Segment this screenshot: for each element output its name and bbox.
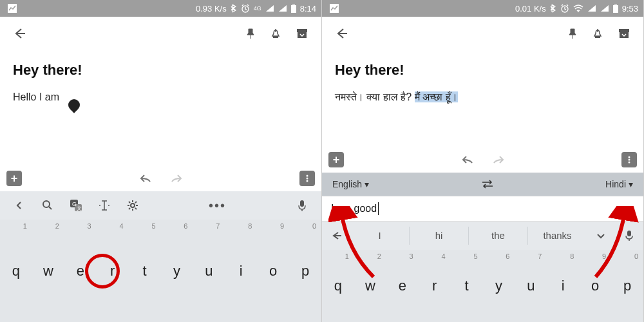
more-dots[interactable]: ••• [147,198,288,213]
svg-rect-3 [292,5,295,5]
phone-right: 0.01 K/s 9:53 Hey there! नमस्ते। क्या हा… [322,0,644,322]
undo-icon[interactable] [461,155,475,165]
key-superscript: 1 [23,222,27,230]
keyboard-row: 1q2w3e4r5t6y7u8i9o0p [0,220,321,322]
suggestion-bar: Ihithethanks [322,222,643,250]
key-r[interactable]: 4r [419,250,451,322]
pin-icon[interactable] [560,21,585,46]
suggestion[interactable]: hi [410,227,469,245]
suggestion[interactable]: the [469,227,528,245]
key-p[interactable]: 0p [289,220,321,322]
back-button[interactable] [6,21,32,46]
key-w[interactable]: 2w [32,220,64,322]
svg-text:G: G [72,201,77,207]
svg-rect-28 [627,231,631,236]
suggestion[interactable]: thanks [528,227,587,245]
svg-rect-6 [298,32,307,38]
key-superscript: 4 [442,252,446,260]
note-content[interactable]: Hey there! Hello I am [0,50,321,166]
key-y[interactable]: 6y [161,220,193,322]
redo-icon[interactable] [491,155,505,165]
key-superscript: 3 [88,222,91,230]
chevron-left-icon[interactable] [5,191,33,220]
svg-point-25 [629,156,630,158]
add-button[interactable]: + [328,152,344,167]
key-superscript: 6 [184,222,187,230]
clock-time: 9:53 [622,4,638,14]
mic-icon[interactable] [288,191,316,220]
phone-left: 0.93 K/s 4G 8:14 Hey there! Hello I am +… [0,0,322,322]
archive-icon[interactable] [289,21,315,46]
text-cursor [378,202,379,215]
suggestion[interactable]: I [350,227,410,245]
translate-input[interactable]: I am good [322,196,643,222]
expand-icon[interactable] [587,232,615,239]
key-r[interactable]: 4r [97,220,129,322]
search-icon[interactable] [33,191,62,220]
svg-point-19 [578,11,579,12]
net-type: 4G [254,5,261,12]
key-superscript: 6 [506,252,509,260]
key-superscript: 2 [377,252,381,260]
note-body[interactable]: नमस्ते। क्या हाल है? मैं अच्छा हूँ। [335,91,630,103]
text-cursor-icon[interactable] [90,191,118,220]
clock-time: 8:14 [300,4,316,14]
alarm-icon [560,4,569,13]
more-button[interactable] [621,152,637,167]
wifi-icon [573,5,583,12]
settings-icon[interactable] [118,191,147,220]
translate-icon[interactable]: G文 [62,191,90,220]
svg-point-7 [307,175,308,177]
key-q[interactable]: 1q [322,250,354,322]
key-superscript: 4 [120,222,124,230]
status-bar: 0.93 K/s 4G 8:14 [0,0,321,17]
key-o[interactable]: 9o [579,250,611,322]
key-y[interactable]: 6y [483,250,515,322]
bluetooth-icon [231,4,237,13]
alarm-icon [241,4,250,13]
key-u[interactable]: 7u [515,250,547,322]
note-title[interactable]: Hey there! [13,62,308,79]
undo-icon[interactable] [139,173,153,184]
add-button[interactable]: + [6,171,22,186]
net-speed: 0.01 K/s [515,4,546,14]
key-w[interactable]: 2w [354,250,386,322]
reminder-icon[interactable] [263,21,289,46]
pin-icon[interactable] [238,21,263,46]
key-o[interactable]: 9o [257,220,289,322]
svg-point-10 [43,201,50,207]
key-e[interactable]: 3e [64,220,97,322]
back-button[interactable] [328,21,354,46]
swap-languages-button[interactable] [369,180,605,189]
reminder-icon[interactable] [585,21,611,46]
note-body[interactable]: Hello I am [13,91,308,103]
key-t[interactable]: 5t [451,250,483,322]
lang-to-button[interactable]: Hindi▾ [605,179,633,189]
note-content[interactable]: Hey there! नमस्ते। क्या हाल है? मैं अच्छ… [322,50,643,147]
lang-from-button[interactable]: English▾ [332,179,369,189]
redo-icon[interactable] [169,173,183,184]
key-u[interactable]: 7u [193,220,225,322]
back-icon[interactable] [322,231,350,241]
key-q[interactable]: 1q [0,220,32,322]
key-superscript: 2 [55,222,59,230]
dropdown-icon: ▾ [365,179,369,189]
key-superscript: 9 [602,252,606,260]
svg-point-8 [307,178,308,180]
note-title[interactable]: Hey there! [335,62,630,79]
key-p[interactable]: 0p [611,250,643,322]
key-t[interactable]: 5t [129,220,161,322]
keyboard-toolbar: G文 ••• [0,191,321,220]
archive-icon[interactable] [611,21,637,46]
mic-icon[interactable] [615,230,643,242]
more-button[interactable] [299,171,315,186]
svg-rect-22 [595,36,600,38]
svg-rect-2 [291,5,296,13]
status-bar: 0.01 K/s 9:53 [322,0,643,17]
key-e[interactable]: 3e [386,250,419,322]
svg-point-26 [629,159,630,161]
key-i[interactable]: 8i [547,250,579,322]
key-superscript: 1 [345,252,349,260]
dropdown-icon: ▾ [629,179,633,189]
key-i[interactable]: 8i [225,220,257,322]
